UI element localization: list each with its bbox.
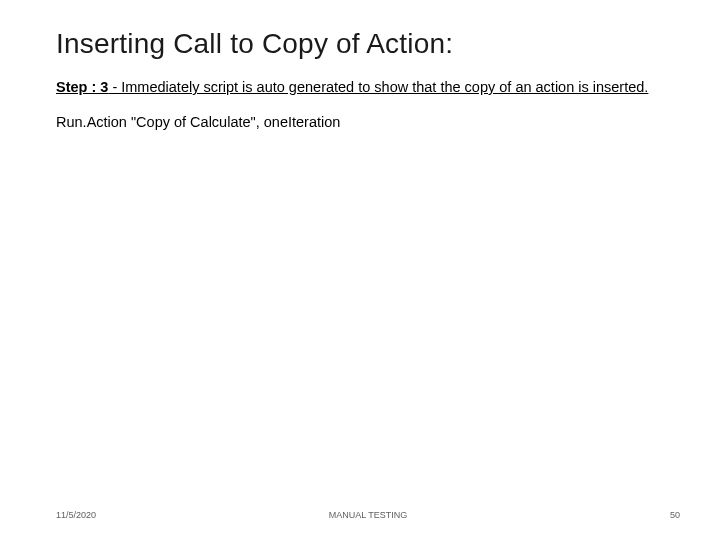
generated-script-line: Run.Action "Copy of Calculate", oneItera… (56, 114, 664, 130)
slide: Inserting Call to Copy of Action: Step :… (0, 0, 720, 540)
step-text: - Immediately script is auto generated t… (108, 79, 648, 95)
footer-title: MANUAL TESTING (56, 510, 680, 520)
slide-footer: 11/5/2020 MANUAL TESTING 50 (56, 510, 680, 520)
step-label: Step : 3 (56, 79, 108, 95)
page-title: Inserting Call to Copy of Action: (56, 28, 664, 60)
step-description: Step : 3 - Immediately script is auto ge… (56, 78, 664, 98)
